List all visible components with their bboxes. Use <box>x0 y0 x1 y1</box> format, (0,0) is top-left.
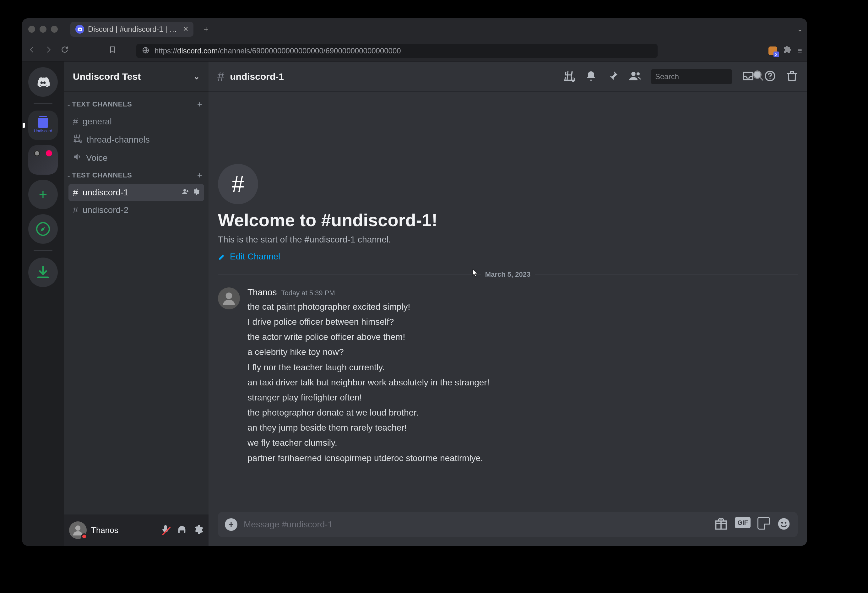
channel-sidebar: Undiscord Test ⌄ ⌄ TEXT CHANNELS + # gen… <box>64 62 208 546</box>
pinned-icon[interactable] <box>607 70 619 84</box>
message-composer: + GIF <box>218 512 798 537</box>
delete-icon[interactable] <box>786 70 798 84</box>
bookmark-icon[interactable] <box>108 46 117 56</box>
gear-icon[interactable] <box>192 188 200 197</box>
search-bar[interactable] <box>651 69 732 84</box>
chevron-down-icon: ⌄ <box>66 102 71 107</box>
tabs-dropdown-icon[interactable]: ⌄ <box>797 25 803 33</box>
server-undiscord[interactable]: Undiscord <box>28 111 58 140</box>
channel-title: undiscord-1 <box>230 71 284 82</box>
search-input[interactable] <box>655 72 749 81</box>
add-server-button[interactable]: + <box>28 180 58 209</box>
server-separator <box>34 250 52 251</box>
globe-icon <box>142 46 149 55</box>
discord-favicon-icon <box>75 25 84 34</box>
mouse-cursor-icon <box>472 269 478 277</box>
server-item[interactable] <box>28 145 58 174</box>
edit-channel-link[interactable]: Edit Channel <box>218 251 798 262</box>
pencil-icon <box>218 253 226 261</box>
server-separator <box>34 103 52 104</box>
channel-name: Voice <box>86 153 108 163</box>
attach-button[interactable]: + <box>225 518 238 531</box>
help-icon[interactable] <box>764 70 776 84</box>
welcome-subtitle: This is the start of the #undiscord-1 ch… <box>218 235 798 245</box>
date-label: March 5, 2023 <box>485 271 530 279</box>
url-text: https://discord.com/channels/69000000000… <box>155 46 401 55</box>
avatar[interactable] <box>218 287 240 309</box>
browser-tab[interactable]: Discord | #undiscord-1 | Undisc ✕ <box>70 22 193 37</box>
gif-button[interactable]: GIF <box>735 517 751 528</box>
deafen-button[interactable] <box>177 524 187 536</box>
new-tab-button[interactable]: + <box>204 24 208 34</box>
download-apps-button[interactable] <box>28 257 58 287</box>
browser-menu-icon[interactable]: ≡ <box>797 46 802 56</box>
notifications-icon[interactable] <box>585 70 597 84</box>
channel-name: thread-channels <box>87 135 150 145</box>
channel-voice[interactable]: Voice <box>68 149 204 167</box>
category-header[interactable]: ⌄ TEXT CHANNELS + <box>64 96 208 112</box>
svg-point-3 <box>183 189 186 192</box>
message-line: stranger play firefighter often! <box>248 390 489 405</box>
message-line: an they jump beside them rarely teacher! <box>248 420 489 435</box>
server-header[interactable]: Undiscord Test ⌄ <box>64 62 208 92</box>
channel-header: # undiscord-1 <box>208 62 807 92</box>
hash-icon: # <box>217 70 224 84</box>
message-line: the cat paint photographer excited simpl… <box>248 299 489 314</box>
members-icon[interactable] <box>629 70 641 84</box>
username: Thanos <box>91 525 118 535</box>
mute-button[interactable] <box>160 524 171 536</box>
close-tab-icon[interactable]: ✕ <box>183 25 188 33</box>
channel-undiscord-1[interactable]: # undiscord-1 <box>68 184 204 201</box>
svg-point-7 <box>636 72 640 75</box>
category-name: TEXT CHANNELS <box>72 100 132 108</box>
chevron-down-icon: ⌄ <box>193 72 200 81</box>
explore-servers-button[interactable] <box>28 214 58 244</box>
gear-dot-icon <box>34 150 40 157</box>
thread-icon <box>73 134 82 145</box>
add-channel-icon[interactable]: + <box>197 170 202 180</box>
channel-undiscord-2[interactable]: # undiscord-2 <box>68 202 204 219</box>
message-author[interactable]: Thanos <box>248 287 277 297</box>
extensions-icon[interactable] <box>783 45 792 56</box>
browser-titlebar: Discord | #undiscord-1 | Undisc ✕ + ⌄ <box>22 18 807 40</box>
message: Thanos Today at 5:39 PM the cat paint ph… <box>218 287 798 466</box>
close-window-button[interactable] <box>28 26 35 33</box>
chat-scroll[interactable]: # Welcome to #undiscord-1! This is the s… <box>208 92 807 512</box>
sticker-icon[interactable] <box>757 517 770 529</box>
welcome-hash-icon: # <box>218 164 258 204</box>
channel-general[interactable]: # general <box>68 113 204 130</box>
extension-badge-icon[interactable] <box>768 46 777 55</box>
url-bar[interactable]: https://discord.com/channels/69000000000… <box>136 44 658 58</box>
add-channel-icon[interactable]: + <box>197 99 202 109</box>
avatar[interactable] <box>69 521 87 539</box>
minimize-window-button[interactable] <box>40 26 46 33</box>
hash-icon: # <box>73 116 78 127</box>
maximize-window-button[interactable] <box>51 26 58 33</box>
settings-button[interactable] <box>193 524 204 536</box>
message-line: a celebrity hike toy now? <box>248 345 489 359</box>
emoji-icon[interactable] <box>777 517 791 532</box>
server-active-indicator <box>23 123 25 128</box>
category-name: TEST CHANNELS <box>72 171 132 179</box>
server-list: Undiscord + <box>22 62 64 546</box>
channel-thread-channels[interactable]: thread-channels <box>68 131 204 149</box>
invite-icon[interactable] <box>182 188 189 197</box>
server-name: Undiscord Test <box>73 71 141 82</box>
channel-name: undiscord-2 <box>83 205 128 215</box>
hash-icon: # <box>73 187 78 198</box>
message-input[interactable] <box>244 519 708 529</box>
back-button[interactable] <box>27 46 37 56</box>
discord-home-button[interactable] <box>28 67 58 97</box>
svg-point-12 <box>781 522 783 524</box>
category-header[interactable]: ⌄ TEST CHANNELS + <box>64 167 208 183</box>
threads-icon[interactable] <box>563 70 575 84</box>
window-controls <box>28 26 58 33</box>
gift-icon[interactable] <box>714 517 728 532</box>
speaker-icon <box>73 152 82 163</box>
message-line: I fly nor the teacher laugh currently. <box>248 360 489 375</box>
message-line: I drive police officer between himself? <box>248 314 489 330</box>
svg-point-6 <box>631 72 635 76</box>
forward-button[interactable] <box>43 46 53 56</box>
inbox-icon[interactable] <box>742 70 754 84</box>
reload-button[interactable] <box>60 46 70 56</box>
